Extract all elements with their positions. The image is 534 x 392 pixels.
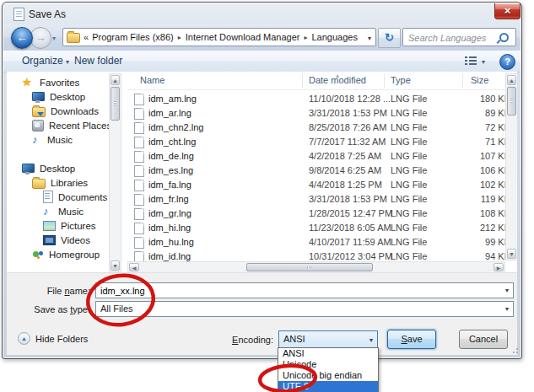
breadcrumb-separator-icon[interactable]: ▸ xyxy=(177,34,182,41)
film-icon xyxy=(43,235,56,245)
monitor-icon xyxy=(32,92,45,101)
file-row[interactable]: idm_hu.lng4/10/2017 11:59 AMLNG File99 K… xyxy=(127,235,517,250)
history-dropdown-icon[interactable]: ▾ xyxy=(52,35,56,42)
downloads-folder-icon xyxy=(32,107,46,117)
scroll-left-button[interactable]: ◀ xyxy=(129,263,139,271)
sidebar-item-homegroup[interactable]: Homegroup xyxy=(32,247,100,261)
sidebar-item-desktop[interactable]: Desktop xyxy=(32,89,85,104)
address-dropdown-icon[interactable]: ▾ xyxy=(368,35,371,42)
back-button[interactable]: ← xyxy=(11,27,33,49)
save-as-type-label: Save as type: xyxy=(3,304,90,314)
chevron-down-icon[interactable]: ▾ xyxy=(369,336,373,344)
file-icon xyxy=(134,108,144,120)
file-icon xyxy=(134,122,144,134)
scroll-up-icon: ▲ xyxy=(508,76,515,85)
save-button[interactable]: Save xyxy=(387,330,436,349)
scroll-down-button[interactable]: ▼ xyxy=(111,260,120,271)
address-bar[interactable]: « Program Files (x86) ▸ Internet Downloa… xyxy=(62,28,376,46)
save-as-dialog: Save As × ← → ▾ « Program Files (x86) ▸ … xyxy=(2,2,522,359)
scroll-up-button[interactable]: ▲ xyxy=(507,75,516,85)
file-name-input[interactable] xyxy=(97,284,499,297)
file-row[interactable]: idm_fa.lng4/4/2018 1:25 PMLNG File102 KB xyxy=(127,178,517,192)
window-title: Save As xyxy=(29,8,66,20)
file-row[interactable]: idm_fr.lng3/31/2018 1:53 PMLNG File119 K… xyxy=(127,192,517,207)
refresh-icon: ↻ xyxy=(385,31,394,44)
breadcrumb-chevrons[interactable]: « xyxy=(84,32,89,42)
sidebar-item-downloads[interactable]: Downloads xyxy=(32,104,99,118)
music-note-icon: ♪ xyxy=(32,134,42,146)
sidebar-scrollbar[interactable]: ▲ ▼ xyxy=(109,73,121,272)
views-dropdown-icon[interactable]: ▾ xyxy=(482,58,485,66)
star-icon: ★ xyxy=(22,77,35,89)
document-icon xyxy=(13,8,24,21)
list-horizontal-scrollbar[interactable]: ◀ ▶ xyxy=(127,261,505,272)
chevron-down-icon[interactable]: ▾ xyxy=(505,305,509,313)
hide-folders-button[interactable]: ▲ Hide Folders xyxy=(18,332,88,345)
chevron-down-icon[interactable]: ▾ xyxy=(505,287,509,294)
sidebar-item-music-2[interactable]: ♪Music xyxy=(43,204,84,218)
encoding-option-ansi[interactable]: ANSI xyxy=(278,348,378,359)
list-vertical-scrollbar[interactable]: ▲ ▼ xyxy=(505,73,517,260)
column-header-size[interactable]: Size xyxy=(471,75,488,85)
save-as-type-combo[interactable]: All Files ▾ xyxy=(95,301,514,317)
scroll-up-icon: ▲ xyxy=(111,76,119,85)
close-button[interactable]: × xyxy=(494,3,521,19)
file-row[interactable]: idm_cht.lng7/7/2017 11:32 AMLNG File71 K… xyxy=(127,135,517,149)
encoding-label: Encoding: xyxy=(189,335,273,345)
search-icon[interactable] xyxy=(499,33,509,42)
encoding-option-unicode[interactable]: Unicode xyxy=(278,359,378,370)
column-header-date-modified[interactable]: Date modified xyxy=(309,75,366,85)
libraries-folder-icon xyxy=(32,179,46,189)
encoding-combo[interactable]: ANSI ▾ xyxy=(278,330,378,348)
scrollbar-thumb[interactable] xyxy=(111,87,120,121)
breadcrumb-item-program-files[interactable]: Program Files (x86) xyxy=(92,32,174,42)
sidebar-item-recent-places[interactable]: Recent Places xyxy=(32,118,111,132)
encoding-option-utf8[interactable]: UTF-8 xyxy=(278,381,378,392)
file-icon xyxy=(134,94,144,105)
sidebar-item-videos[interactable]: Videos xyxy=(43,233,90,247)
scrollbar-thumb[interactable] xyxy=(246,263,373,271)
sidebar-item-favorites[interactable]: ★Favorites xyxy=(22,75,79,89)
sidebar-item-documents[interactable]: Documents xyxy=(43,190,107,204)
organize-menu[interactable]: Organize ▾ xyxy=(22,55,69,67)
file-row[interactable]: idm_ar.lng3/31/2018 1:53 PMLNG File89 KB xyxy=(127,106,517,121)
views-icon[interactable] xyxy=(465,56,477,66)
breadcrumb-item-languages[interactable]: Languages xyxy=(311,32,357,42)
new-folder-button[interactable]: New folder xyxy=(74,55,122,67)
refresh-button[interactable]: ↻ xyxy=(378,28,401,48)
breadcrumb-item-idm[interactable]: Internet Download Manager xyxy=(186,32,300,42)
cancel-button[interactable]: Cancel xyxy=(459,330,508,349)
column-header-type[interactable]: Type xyxy=(391,75,411,85)
file-icon xyxy=(134,208,144,220)
file-row[interactable]: idm_gr.lng1/28/2015 12:47 PMLNG File108 … xyxy=(127,207,517,221)
encoding-option-unicode-big-endian[interactable]: Unicode big endian xyxy=(278,370,378,381)
scroll-down-icon: ▼ xyxy=(111,261,119,271)
help-icon: ? xyxy=(504,56,510,67)
file-name-combo[interactable]: ▾ xyxy=(95,282,514,298)
file-icon xyxy=(134,151,144,163)
column-header-name[interactable]: Name xyxy=(140,75,165,85)
sidebar-item-pictures[interactable]: Pictures xyxy=(43,218,96,233)
document-page-icon xyxy=(43,191,53,203)
save-as-type-value: All Files xyxy=(100,303,133,314)
file-row[interactable]: idm_hi.lng11/23/2018 6:05 AMLNG File212 … xyxy=(127,221,517,235)
search-input[interactable] xyxy=(407,30,499,46)
file-row[interactable]: idm_am.lng11/10/2018 12:28 ...LNG File18… xyxy=(127,92,517,106)
file-icon xyxy=(134,180,144,191)
scrollbar-thumb[interactable] xyxy=(507,87,516,115)
breadcrumb-separator-icon[interactable]: ▸ xyxy=(303,34,308,41)
sidebar-item-music[interactable]: ♪Music xyxy=(32,132,73,147)
resize-grip[interactable] xyxy=(510,345,518,353)
sidebar-item-libraries[interactable]: Libraries xyxy=(32,175,88,190)
scroll-right-button[interactable]: ▶ xyxy=(494,263,504,271)
file-row[interactable]: idm_chn2.lng8/25/2018 7:26 AMLNG File72 … xyxy=(127,121,517,135)
file-row[interactable]: idm_de.lng4/2/2018 7:25 AMLNG File107 KB xyxy=(127,149,517,164)
help-button[interactable]: ? xyxy=(499,54,515,70)
collapse-arrow-icon: ▲ xyxy=(18,332,30,345)
scroll-down-button[interactable]: ▼ xyxy=(507,249,516,259)
sidebar-item-desktop-group[interactable]: Desktop xyxy=(22,161,75,175)
file-row[interactable]: idm_es.lng9/8/2014 6:25 AMLNG File106 KB xyxy=(127,164,517,178)
scroll-up-button[interactable]: ▲ xyxy=(111,75,120,85)
title-bar[interactable]: Save As × xyxy=(3,3,521,24)
forward-icon: → xyxy=(35,31,46,44)
